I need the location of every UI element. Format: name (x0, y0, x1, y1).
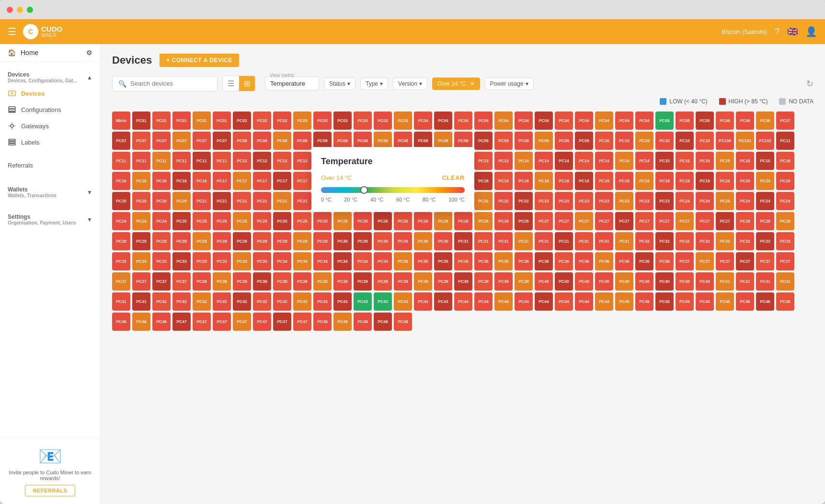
device-tile[interactable]: PC35 (414, 252, 432, 270)
device-tile[interactable]: PC04 (575, 112, 593, 130)
device-tile[interactable]: PC29 (193, 232, 211, 250)
device-tile[interactable]: PC06 (716, 112, 734, 130)
device-tile[interactable]: PC33 (172, 252, 191, 270)
device-tile[interactable]: PC30 (414, 232, 432, 250)
device-tile[interactable]: PC32 (756, 232, 774, 250)
device-tile[interactable]: PC09 (555, 132, 573, 150)
device-tile[interactable]: PC34 (313, 252, 332, 270)
device-tile[interactable]: PC11 (193, 152, 211, 170)
device-tile[interactable]: PC21 (213, 192, 231, 210)
device-tile[interactable]: PC42 (273, 292, 291, 311)
device-tile[interactable]: PC19 (555, 172, 573, 190)
device-tile[interactable]: PC29 (213, 232, 231, 250)
device-tile[interactable]: PC35 (474, 252, 493, 270)
device-tile[interactable]: PC41 (112, 292, 130, 311)
device-tile[interactable]: PC26 (515, 212, 533, 230)
temp-clear-button[interactable]: CLEAR (442, 174, 465, 181)
device-tile[interactable]: PC20 (172, 192, 191, 210)
device-tile[interactable]: PC03 (374, 112, 392, 130)
device-tile[interactable]: PC27 (696, 212, 714, 230)
device-tile[interactable]: PC47 (273, 313, 291, 331)
device-tile[interactable]: PC19 (635, 172, 653, 190)
device-tile[interactable]: PC37 (172, 272, 191, 291)
device-tile[interactable]: PC04 (595, 112, 613, 130)
device-tile[interactable]: PC27 (615, 212, 633, 230)
device-tile[interactable]: PC24 (676, 192, 694, 210)
device-tile[interactable]: PC03 (313, 112, 332, 130)
device-tile[interactable]: PC37 (112, 272, 130, 291)
device-tile[interactable]: PC100 (716, 132, 734, 150)
device-tile[interactable]: PC48 (313, 313, 332, 331)
device-tile[interactable]: PC19 (595, 172, 613, 190)
device-tile[interactable]: PC25 (233, 212, 251, 230)
device-tile[interactable]: PC17 (273, 172, 291, 190)
device-tile[interactable]: PC12 (233, 152, 251, 170)
device-tile[interactable]: PC40 (676, 272, 694, 291)
device-tile[interactable]: PC36 (575, 252, 593, 270)
device-tile[interactable]: PC09 (494, 132, 513, 150)
device-tile[interactable]: PC43 (414, 292, 432, 311)
device-tile[interactable]: PC05 (655, 112, 674, 130)
device-tile[interactable]: PC33 (233, 252, 251, 270)
device-tile[interactable]: PC11 (172, 152, 191, 170)
device-tile[interactable]: PC47 (253, 313, 271, 331)
device-tile[interactable]: PC24 (736, 192, 754, 210)
device-tile[interactable]: PC33 (253, 252, 271, 270)
device-tile[interactable]: PC26 (454, 212, 472, 230)
device-tile[interactable]: PC38 (313, 272, 332, 291)
device-tile[interactable]: PC40 (535, 272, 553, 291)
device-tile[interactable]: PC08 (233, 132, 251, 150)
device-tile[interactable]: PC38 (233, 272, 251, 291)
device-tile[interactable]: PC29 (313, 232, 332, 250)
device-tile[interactable]: PC36 (635, 252, 653, 270)
device-tile[interactable]: PC14 (575, 152, 593, 170)
device-tile[interactable]: PC38 (213, 272, 231, 291)
device-tile[interactable]: PC19 (696, 172, 714, 190)
device-tile[interactable]: PC24 (132, 212, 150, 230)
device-tile[interactable]: PC22 (474, 192, 493, 210)
device-tile[interactable]: PC48 (374, 313, 392, 331)
device-tile[interactable]: PC29 (293, 232, 311, 250)
device-tile[interactable]: PC04 (555, 112, 573, 130)
device-tile[interactable]: PC39 (434, 272, 452, 291)
device-tile[interactable]: PC25 (313, 212, 332, 230)
device-tile[interactable]: PC27 (575, 212, 593, 230)
device-tile[interactable]: PC37 (756, 252, 774, 270)
sidebar-item-configurations[interactable]: Configurations (0, 101, 100, 118)
device-tile[interactable]: PC26 (494, 212, 513, 230)
device-tile[interactable]: PC43 (333, 292, 352, 311)
device-tile[interactable]: PC40 (595, 272, 613, 291)
device-tile[interactable]: PC42 (233, 292, 251, 311)
device-tile[interactable]: PC38 (193, 272, 211, 291)
device-tile[interactable]: PC07 (213, 132, 231, 150)
device-tile[interactable]: PC03 (394, 112, 412, 130)
device-tile[interactable]: PC31 (494, 232, 513, 250)
device-tile[interactable]: PC01 (193, 112, 211, 130)
device-tile[interactable]: PC23 (535, 192, 553, 210)
device-tile[interactable]: PC33 (213, 252, 231, 270)
device-tile[interactable]: PC13 (474, 152, 493, 170)
device-tile[interactable]: PC36 (615, 252, 633, 270)
device-tile[interactable]: PC31 (474, 232, 493, 250)
sidebar-home[interactable]: 🏠 Home ⚙ (0, 44, 100, 62)
device-tile[interactable]: PC14 (515, 152, 533, 170)
settings-chevron-icon[interactable]: ▼ (87, 216, 92, 223)
device-tile[interactable]: PC21 (193, 192, 211, 210)
device-tile[interactable]: PC22 (494, 192, 513, 210)
search-input[interactable] (130, 80, 211, 87)
grid-view-button[interactable]: ⊞ (239, 76, 255, 91)
device-tile[interactable]: PC16 (172, 172, 191, 190)
device-tile[interactable]: PC36 (555, 252, 573, 270)
device-tile[interactable]: PC17 (293, 172, 311, 190)
device-tile[interactable]: PC44 (535, 292, 553, 311)
device-tile[interactable]: PC10 (595, 132, 613, 150)
device-tile[interactable]: PC07 (193, 132, 211, 150)
device-tile[interactable]: PC37 (676, 252, 694, 270)
device-tile[interactable]: PC06 (756, 112, 774, 130)
device-tile[interactable]: PC25 (253, 212, 271, 230)
device-tile[interactable]: PC32 (655, 232, 674, 250)
device-tile[interactable]: PC39 (515, 272, 533, 291)
device-tile[interactable]: PC44 (515, 292, 533, 311)
device-tile[interactable]: PC21 (273, 192, 291, 210)
device-tile[interactable]: PC16 (132, 172, 150, 190)
